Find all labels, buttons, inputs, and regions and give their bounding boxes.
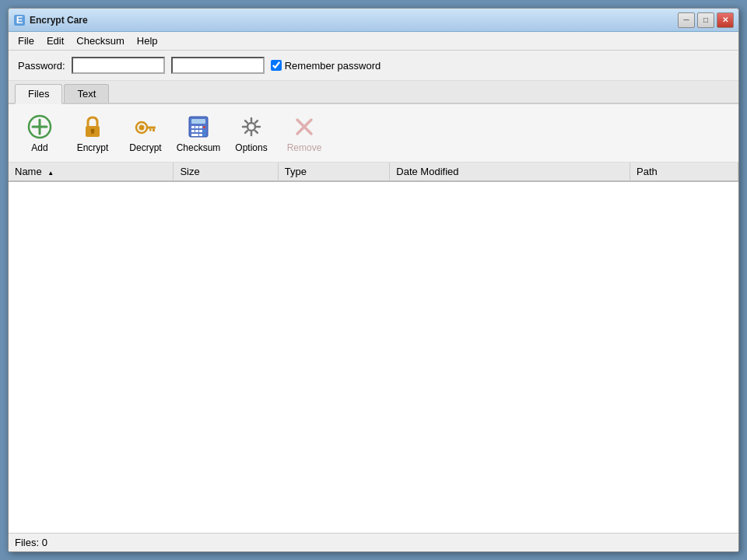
files-count: Files: 0 [15,537,47,548]
add-button[interactable]: Add [15,109,65,157]
svg-text:E: E [16,14,23,26]
remove-label: Remove [287,142,322,153]
decrypt-button[interactable]: Decrypt [121,109,170,157]
svg-rect-12 [149,129,152,131]
file-table: Name ▲ Size Type Date Modified Path [9,163,738,182]
svg-rect-25 [203,134,205,136]
svg-line-32 [255,131,258,133]
remember-password-label[interactable]: Remember password [271,60,381,72]
svg-rect-18 [203,126,205,128]
svg-line-34 [255,121,258,123]
password-input[interactable] [72,57,165,74]
table-header-row: Name ▲ Size Type Date Modified Path [9,163,738,181]
checksum-label: Checksum [177,142,221,153]
checksum-icon [184,113,212,141]
options-label: Options [235,142,267,153]
toolbar: Add Encrypt [9,104,738,163]
svg-rect-11 [153,129,155,132]
checksum-button[interactable]: Checksum [174,109,223,157]
window-title: Encrypt Care [30,15,678,26]
svg-rect-20 [195,130,198,132]
window-controls: ─ □ ✕ [678,12,734,28]
minimize-button[interactable]: ─ [678,12,695,28]
encrypt-label: Encrypt [77,142,109,153]
decrypt-icon [132,113,160,141]
svg-rect-15 [191,126,195,128]
password-row: Password: Remember password [9,51,738,81]
options-button[interactable]: Options [226,109,276,157]
svg-rect-17 [199,126,202,128]
svg-rect-21 [199,130,202,132]
column-name[interactable]: Name ▲ [9,163,174,181]
remove-icon [290,113,318,141]
close-button[interactable]: ✕ [717,12,734,28]
remember-password-checkbox[interactable] [271,60,282,71]
password-label: Password: [18,60,65,72]
svg-rect-22 [203,130,205,132]
remove-button[interactable]: Remove [279,109,329,157]
svg-rect-24 [199,134,202,136]
maximize-button[interactable]: □ [697,12,714,28]
password-confirm-input[interactable] [171,57,265,74]
menu-file[interactable]: File [12,33,40,48]
add-label: Add [31,142,47,153]
decrypt-label: Decrypt [129,142,161,153]
svg-point-9 [139,125,145,131]
tab-files[interactable]: Files [15,84,62,104]
svg-rect-14 [191,119,205,124]
options-icon [237,113,265,141]
encrypt-button[interactable]: Encrypt [68,109,117,157]
menu-edit[interactable]: Edit [40,33,70,48]
menu-checksum[interactable]: Checksum [70,33,130,48]
title-bar: E Encrypt Care ─ □ ✕ [9,9,738,32]
svg-point-26 [247,123,255,131]
column-type[interactable]: Type [278,163,390,181]
file-table-container: Name ▲ Size Type Date Modified Path [9,163,738,533]
remember-password-text: Remember password [285,60,381,72]
column-size[interactable]: Size [174,163,278,181]
menu-help[interactable]: Help [131,33,164,48]
app-icon: E [13,14,26,26]
svg-rect-19 [191,130,195,132]
svg-rect-16 [195,126,198,128]
svg-line-33 [245,131,247,133]
svg-rect-23 [191,134,198,136]
menu-bar: File Edit Checksum Help [9,32,738,51]
sort-arrow-name: ▲ [47,170,54,177]
status-bar: Files: 0 [9,533,738,551]
tab-text[interactable]: Text [64,84,109,103]
main-window: E Encrypt Care ─ □ ✕ File Edit Checksum … [8,8,739,552]
add-icon [26,113,54,141]
encrypt-icon [79,113,107,141]
column-date-modified[interactable]: Date Modified [390,163,630,181]
svg-rect-7 [92,131,94,134]
svg-line-31 [245,121,247,123]
column-path[interactable]: Path [630,163,738,181]
tab-bar: Files Text [9,81,738,104]
svg-rect-10 [146,127,156,129]
